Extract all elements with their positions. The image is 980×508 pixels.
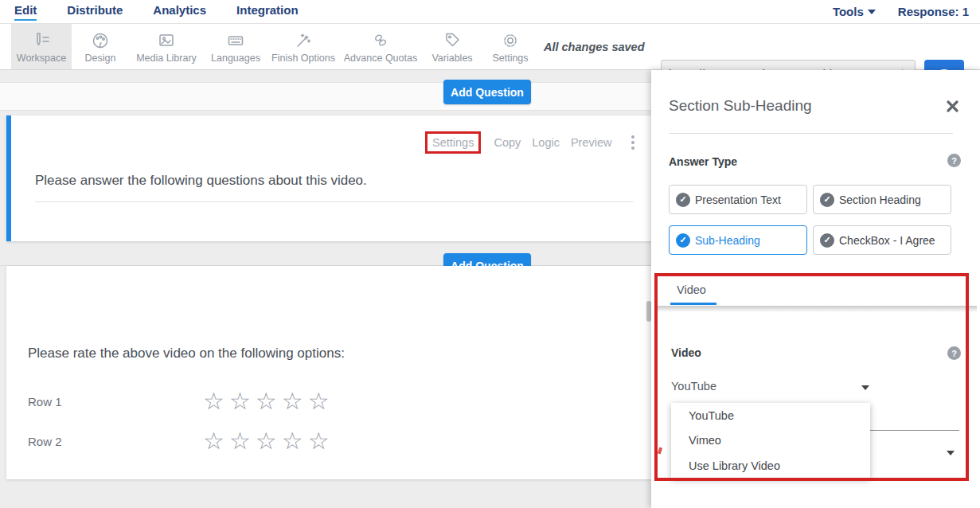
- close-panel-button[interactable]: [946, 100, 959, 116]
- question1-text[interactable]: Please answer the following questions ab…: [35, 173, 367, 189]
- tools-dropdown[interactable]: Tools: [833, 5, 876, 18]
- help-icon[interactable]: ?: [947, 346, 961, 360]
- toolbar-item-label: Workspace: [17, 53, 66, 64]
- answer-type-sub-heading[interactable]: ✓ Sub-Heading: [669, 225, 807, 255]
- answer-type-label-text: Sub-Heading: [695, 234, 760, 247]
- rating-row-1: Row 1 ☆ ☆ ☆ ☆ ☆: [28, 389, 330, 413]
- star-icon[interactable]: ☆: [203, 429, 225, 453]
- answer-type-presentation-text[interactable]: ✓ Presentation Text: [669, 185, 807, 214]
- gear-icon: [500, 30, 521, 51]
- question-settings-button[interactable]: Settings: [425, 131, 481, 154]
- nav-tab-edit[interactable]: Edit: [14, 3, 37, 21]
- question-action-menu: Settings Copy Logic Preview: [425, 131, 634, 154]
- answer-type-label-text: Section Heading: [839, 193, 921, 206]
- toolbar-item-label: Finish Options: [271, 53, 335, 64]
- star-icon[interactable]: ☆: [308, 429, 330, 453]
- nav-tab-distribute[interactable]: Distribute: [67, 3, 123, 21]
- toolbar-item-label: Advance Quotas: [344, 53, 417, 64]
- star-icon[interactable]: ☆: [282, 389, 303, 413]
- question2-text[interactable]: Please rate the above video on the follo…: [28, 346, 345, 361]
- magic-wand-icon: [293, 30, 314, 51]
- question-logic-button[interactable]: Logic: [532, 136, 560, 149]
- toolbar-item-design[interactable]: Design: [72, 24, 129, 69]
- nav-tab-integration[interactable]: Integration: [236, 3, 299, 21]
- video-url-input-underline: [870, 430, 959, 431]
- toolbar-item-languages[interactable]: Languages: [204, 24, 267, 69]
- row-label: Row 2: [28, 435, 203, 448]
- chevron-down-icon: [861, 385, 869, 390]
- toolbar-item-variables[interactable]: Variables: [422, 24, 482, 69]
- star-icon[interactable]: ☆: [308, 389, 330, 413]
- toolbar-item-finish-options[interactable]: Finish Options: [267, 24, 339, 69]
- star-icon[interactable]: ☆: [256, 429, 277, 453]
- question-copy-button[interactable]: Copy: [494, 136, 521, 149]
- close-icon: [946, 100, 959, 113]
- video-source-selected-value: YouTube: [671, 380, 716, 393]
- toolbar-item-label: Design: [85, 53, 116, 64]
- dropdown-option-use-library-video[interactable]: Use Library Video: [671, 453, 870, 479]
- check-circle-icon: ✓: [676, 233, 690, 248]
- workspace-icon: [31, 30, 52, 51]
- row-label: Row 1: [28, 395, 203, 408]
- check-circle-icon: ✓: [676, 193, 690, 207]
- toolbar-item-media-library[interactable]: Media Library: [129, 24, 204, 69]
- required-field-mark: [658, 447, 662, 455]
- question-settings-panel: Section Sub-Heading Answer Type ? ✓ Pres…: [651, 70, 980, 508]
- star-icon[interactable]: ☆: [256, 389, 277, 413]
- nav-links: Edit Distribute Analytics Integration: [0, 3, 299, 21]
- design-icon: [90, 30, 111, 51]
- video-source-dropdown-menu: YouTube Vimeo Use Library Video: [671, 403, 870, 479]
- toolbar-item-label: Settings: [492, 53, 528, 64]
- questionpro-editor: Edit Distribute Analytics Integration To…: [0, 0, 980, 508]
- video-source-label: Video: [671, 346, 701, 359]
- answer-type-label-text: CheckBox - I Agree: [839, 234, 935, 247]
- toolbar-items: Workspace Design Media Library Languages: [11, 24, 538, 69]
- question-preview-button[interactable]: Preview: [571, 136, 612, 149]
- answer-type-section-heading[interactable]: ✓ Section Heading: [813, 185, 951, 214]
- answer-type-label: Answer Type: [669, 155, 737, 168]
- panel-title: Section Sub-Heading: [669, 97, 812, 115]
- dropdown-option-vimeo[interactable]: Vimeo: [671, 428, 870, 454]
- active-tab-indicator: [670, 303, 716, 305]
- add-question-button-top[interactable]: Add Question: [443, 80, 531, 104]
- response-count[interactable]: Response: 1: [898, 5, 969, 18]
- check-circle-icon: ✓: [820, 193, 834, 207]
- toolbar-item-label: Variables: [431, 53, 472, 64]
- chevron-down-icon: [868, 10, 876, 14]
- tab-video[interactable]: Video: [677, 283, 706, 296]
- tools-label: Tools: [833, 5, 864, 18]
- star-icon[interactable]: ☆: [229, 429, 251, 453]
- video-source-select[interactable]: YouTube: [671, 379, 870, 397]
- star-icon[interactable]: ☆: [282, 429, 303, 453]
- panel-divider: [669, 133, 953, 134]
- star-icon[interactable]: ☆: [229, 389, 251, 413]
- toolbar-item-advance-quotas[interactable]: Advance Quotas: [339, 24, 422, 69]
- toolbar-item-label: Languages: [211, 53, 260, 64]
- answer-type-label-text: Presentation Text: [695, 193, 781, 206]
- star-rating-row-1: ☆ ☆ ☆ ☆ ☆: [203, 389, 330, 413]
- save-status: All changes saved: [544, 24, 645, 69]
- chevron-down-icon: [947, 451, 955, 455]
- tag-icon: [442, 30, 463, 51]
- nav-right: Tools Response: 1: [833, 5, 980, 18]
- toolbar-item-label: Media Library: [136, 53, 197, 64]
- star-icon[interactable]: ☆: [203, 389, 225, 413]
- check-circle-icon: ✓: [820, 233, 834, 248]
- top-nav: Edit Distribute Analytics Integration To…: [0, 0, 980, 24]
- answer-type-checkbox-i-agree[interactable]: ✓ CheckBox - I Agree: [813, 225, 951, 255]
- editor-toolbar: Workspace Design Media Library Languages: [0, 24, 980, 70]
- chain-link-icon: [370, 30, 391, 51]
- keyboard-icon: [225, 30, 246, 51]
- toolbar-item-settings[interactable]: Settings: [482, 24, 538, 69]
- star-rating-row-2: ☆ ☆ ☆ ☆ ☆: [203, 429, 330, 453]
- rating-row-2: Row 2 ☆ ☆ ☆ ☆ ☆: [28, 429, 330, 453]
- tab-shadow-divider: [655, 306, 977, 312]
- question1-divider: [35, 201, 634, 202]
- more-options-icon[interactable]: [631, 135, 634, 150]
- dropdown-option-youtube[interactable]: YouTube: [671, 403, 870, 428]
- media-library-icon: [156, 30, 177, 51]
- help-icon[interactable]: ?: [947, 154, 961, 167]
- toolbar-item-workspace[interactable]: Workspace: [11, 24, 72, 69]
- nav-tab-analytics[interactable]: Analytics: [153, 3, 206, 21]
